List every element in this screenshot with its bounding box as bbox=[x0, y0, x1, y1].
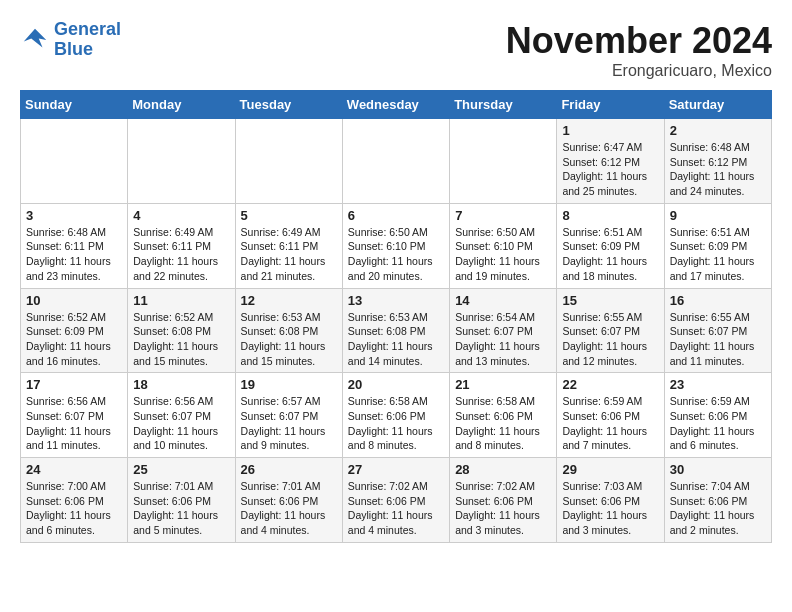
day-info: Sunrise: 6:55 AM Sunset: 6:07 PM Dayligh… bbox=[562, 310, 658, 369]
day-info: Sunrise: 7:02 AM Sunset: 6:06 PM Dayligh… bbox=[455, 479, 551, 538]
day-number: 4 bbox=[133, 208, 229, 223]
day-info: Sunrise: 6:48 AM Sunset: 6:11 PM Dayligh… bbox=[26, 225, 122, 284]
day-number: 12 bbox=[241, 293, 337, 308]
day-info: Sunrise: 6:56 AM Sunset: 6:07 PM Dayligh… bbox=[133, 394, 229, 453]
day-number: 18 bbox=[133, 377, 229, 392]
calendar-cell bbox=[342, 119, 449, 204]
calendar-cell: 18Sunrise: 6:56 AM Sunset: 6:07 PM Dayli… bbox=[128, 373, 235, 458]
day-number: 23 bbox=[670, 377, 766, 392]
header-cell-monday: Monday bbox=[128, 91, 235, 119]
calendar-cell: 16Sunrise: 6:55 AM Sunset: 6:07 PM Dayli… bbox=[664, 288, 771, 373]
calendar-cell: 28Sunrise: 7:02 AM Sunset: 6:06 PM Dayli… bbox=[450, 458, 557, 543]
calendar-cell: 21Sunrise: 6:58 AM Sunset: 6:06 PM Dayli… bbox=[450, 373, 557, 458]
day-number: 20 bbox=[348, 377, 444, 392]
calendar-cell: 3Sunrise: 6:48 AM Sunset: 6:11 PM Daylig… bbox=[21, 203, 128, 288]
day-number: 8 bbox=[562, 208, 658, 223]
calendar-week-3: 10Sunrise: 6:52 AM Sunset: 6:09 PM Dayli… bbox=[21, 288, 772, 373]
day-number: 14 bbox=[455, 293, 551, 308]
day-number: 2 bbox=[670, 123, 766, 138]
calendar-cell: 15Sunrise: 6:55 AM Sunset: 6:07 PM Dayli… bbox=[557, 288, 664, 373]
day-number: 1 bbox=[562, 123, 658, 138]
day-number: 24 bbox=[26, 462, 122, 477]
day-info: Sunrise: 6:53 AM Sunset: 6:08 PM Dayligh… bbox=[348, 310, 444, 369]
logo: General Blue bbox=[20, 20, 121, 60]
day-info: Sunrise: 6:56 AM Sunset: 6:07 PM Dayligh… bbox=[26, 394, 122, 453]
day-info: Sunrise: 6:51 AM Sunset: 6:09 PM Dayligh… bbox=[562, 225, 658, 284]
calendar-header: SundayMondayTuesdayWednesdayThursdayFrid… bbox=[21, 91, 772, 119]
day-number: 26 bbox=[241, 462, 337, 477]
header-row: SundayMondayTuesdayWednesdayThursdayFrid… bbox=[21, 91, 772, 119]
calendar-cell: 17Sunrise: 6:56 AM Sunset: 6:07 PM Dayli… bbox=[21, 373, 128, 458]
logo-line2: Blue bbox=[54, 39, 93, 59]
logo-text: General Blue bbox=[54, 20, 121, 60]
day-info: Sunrise: 6:49 AM Sunset: 6:11 PM Dayligh… bbox=[133, 225, 229, 284]
calendar-cell: 20Sunrise: 6:58 AM Sunset: 6:06 PM Dayli… bbox=[342, 373, 449, 458]
day-info: Sunrise: 6:58 AM Sunset: 6:06 PM Dayligh… bbox=[348, 394, 444, 453]
day-info: Sunrise: 7:02 AM Sunset: 6:06 PM Dayligh… bbox=[348, 479, 444, 538]
day-number: 29 bbox=[562, 462, 658, 477]
day-number: 28 bbox=[455, 462, 551, 477]
header-cell-friday: Friday bbox=[557, 91, 664, 119]
calendar-cell: 26Sunrise: 7:01 AM Sunset: 6:06 PM Dayli… bbox=[235, 458, 342, 543]
calendar-table: SundayMondayTuesdayWednesdayThursdayFrid… bbox=[20, 90, 772, 543]
calendar-week-2: 3Sunrise: 6:48 AM Sunset: 6:11 PM Daylig… bbox=[21, 203, 772, 288]
header-cell-tuesday: Tuesday bbox=[235, 91, 342, 119]
day-info: Sunrise: 6:47 AM Sunset: 6:12 PM Dayligh… bbox=[562, 140, 658, 199]
day-info: Sunrise: 7:03 AM Sunset: 6:06 PM Dayligh… bbox=[562, 479, 658, 538]
day-number: 7 bbox=[455, 208, 551, 223]
day-info: Sunrise: 7:01 AM Sunset: 6:06 PM Dayligh… bbox=[133, 479, 229, 538]
calendar-cell: 13Sunrise: 6:53 AM Sunset: 6:08 PM Dayli… bbox=[342, 288, 449, 373]
day-info: Sunrise: 7:04 AM Sunset: 6:06 PM Dayligh… bbox=[670, 479, 766, 538]
calendar-cell bbox=[450, 119, 557, 204]
header-cell-sunday: Sunday bbox=[21, 91, 128, 119]
calendar-cell: 22Sunrise: 6:59 AM Sunset: 6:06 PM Dayli… bbox=[557, 373, 664, 458]
day-number: 25 bbox=[133, 462, 229, 477]
day-info: Sunrise: 6:54 AM Sunset: 6:07 PM Dayligh… bbox=[455, 310, 551, 369]
logo-bird-icon bbox=[20, 25, 50, 55]
title-area: November 2024 Erongaricuaro, Mexico bbox=[506, 20, 772, 80]
calendar-cell: 27Sunrise: 7:02 AM Sunset: 6:06 PM Dayli… bbox=[342, 458, 449, 543]
header-cell-saturday: Saturday bbox=[664, 91, 771, 119]
calendar-week-5: 24Sunrise: 7:00 AM Sunset: 6:06 PM Dayli… bbox=[21, 458, 772, 543]
day-number: 13 bbox=[348, 293, 444, 308]
calendar-cell: 19Sunrise: 6:57 AM Sunset: 6:07 PM Dayli… bbox=[235, 373, 342, 458]
calendar-cell: 30Sunrise: 7:04 AM Sunset: 6:06 PM Dayli… bbox=[664, 458, 771, 543]
day-info: Sunrise: 6:49 AM Sunset: 6:11 PM Dayligh… bbox=[241, 225, 337, 284]
day-info: Sunrise: 6:58 AM Sunset: 6:06 PM Dayligh… bbox=[455, 394, 551, 453]
calendar-cell: 7Sunrise: 6:50 AM Sunset: 6:10 PM Daylig… bbox=[450, 203, 557, 288]
calendar-cell bbox=[235, 119, 342, 204]
day-number: 11 bbox=[133, 293, 229, 308]
calendar-cell bbox=[128, 119, 235, 204]
day-number: 30 bbox=[670, 462, 766, 477]
logo-line1: General bbox=[54, 19, 121, 39]
calendar-cell: 25Sunrise: 7:01 AM Sunset: 6:06 PM Dayli… bbox=[128, 458, 235, 543]
day-number: 3 bbox=[26, 208, 122, 223]
day-number: 10 bbox=[26, 293, 122, 308]
day-number: 16 bbox=[670, 293, 766, 308]
day-info: Sunrise: 6:57 AM Sunset: 6:07 PM Dayligh… bbox=[241, 394, 337, 453]
day-info: Sunrise: 6:50 AM Sunset: 6:10 PM Dayligh… bbox=[455, 225, 551, 284]
day-number: 6 bbox=[348, 208, 444, 223]
svg-marker-0 bbox=[24, 29, 47, 48]
day-number: 22 bbox=[562, 377, 658, 392]
day-info: Sunrise: 6:48 AM Sunset: 6:12 PM Dayligh… bbox=[670, 140, 766, 199]
calendar-cell: 10Sunrise: 6:52 AM Sunset: 6:09 PM Dayli… bbox=[21, 288, 128, 373]
day-info: Sunrise: 6:51 AM Sunset: 6:09 PM Dayligh… bbox=[670, 225, 766, 284]
calendar-cell: 23Sunrise: 6:59 AM Sunset: 6:06 PM Dayli… bbox=[664, 373, 771, 458]
calendar-cell: 11Sunrise: 6:52 AM Sunset: 6:08 PM Dayli… bbox=[128, 288, 235, 373]
calendar-cell: 8Sunrise: 6:51 AM Sunset: 6:09 PM Daylig… bbox=[557, 203, 664, 288]
day-info: Sunrise: 6:59 AM Sunset: 6:06 PM Dayligh… bbox=[562, 394, 658, 453]
day-info: Sunrise: 6:50 AM Sunset: 6:10 PM Dayligh… bbox=[348, 225, 444, 284]
month-title: November 2024 bbox=[506, 20, 772, 62]
calendar-week-4: 17Sunrise: 6:56 AM Sunset: 6:07 PM Dayli… bbox=[21, 373, 772, 458]
calendar-cell: 9Sunrise: 6:51 AM Sunset: 6:09 PM Daylig… bbox=[664, 203, 771, 288]
header-cell-thursday: Thursday bbox=[450, 91, 557, 119]
day-info: Sunrise: 6:55 AM Sunset: 6:07 PM Dayligh… bbox=[670, 310, 766, 369]
day-number: 17 bbox=[26, 377, 122, 392]
day-info: Sunrise: 6:52 AM Sunset: 6:08 PM Dayligh… bbox=[133, 310, 229, 369]
day-info: Sunrise: 6:53 AM Sunset: 6:08 PM Dayligh… bbox=[241, 310, 337, 369]
calendar-cell bbox=[21, 119, 128, 204]
day-info: Sunrise: 7:00 AM Sunset: 6:06 PM Dayligh… bbox=[26, 479, 122, 538]
calendar-cell: 2Sunrise: 6:48 AM Sunset: 6:12 PM Daylig… bbox=[664, 119, 771, 204]
day-number: 21 bbox=[455, 377, 551, 392]
